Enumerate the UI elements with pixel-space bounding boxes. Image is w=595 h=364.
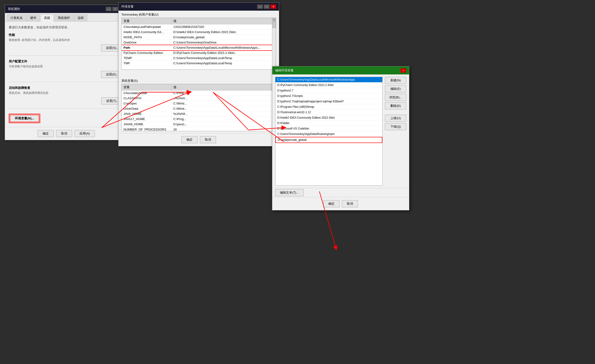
edit-ok-button[interactable]: 确定 — [323, 200, 340, 207]
cancel-button[interactable]: 取消 — [56, 130, 72, 137]
table-row[interactable]: TEMP C:\Users\Tommonkey\AppData\Local\Te… — [122, 55, 272, 61]
table-row[interactable]: JAVA17_HOME C:\Prog... — [122, 117, 272, 122]
var-value: .;%JAVA... — [171, 96, 272, 101]
info-text: 要进行大多数更改，你必须作为管理员登录。 — [9, 25, 124, 29]
tab-system-protection[interactable]: 系统保护 — [54, 14, 74, 21]
env-cancel-button[interactable]: 取消 — [200, 136, 216, 143]
table-row[interactable]: NUMBER_OF_PROCESSORS 16 — [122, 127, 272, 131]
minimize-button[interactable]: — — [106, 7, 111, 11]
var-name: NUMBER_OF_PROCESSORS — [122, 127, 171, 131]
table-row[interactable]: NODE_PATH D:\nodejs\node_global\ — [122, 35, 272, 40]
var-value: D:\IntelliJ IDEA Community Edition 2022.… — [171, 29, 272, 35]
new-button[interactable]: 新建(N) — [385, 77, 406, 84]
table-row[interactable]: OneDrive C:\Users\Tommonkey\OneDrive — [122, 40, 272, 45]
tab-computer-name[interactable]: 计算机名 — [7, 14, 26, 21]
list-item[interactable]: D:\python2.7\Scripts — [275, 93, 382, 99]
move-down-button[interactable]: 下移(Q) — [385, 123, 406, 130]
var-name: ComSpec — [122, 101, 171, 106]
edit-cancel-button[interactable]: 取消 — [342, 200, 358, 207]
list-item[interactable]: D:\PyCharm Community Edition 2022.2.4\bi… — [275, 82, 382, 88]
sys-vars-table-container: 变量 值 ChocolateyInstall C:\Prog... CLASSP… — [121, 84, 276, 131]
performance-desc: 视觉效果, 处理器计划，内存使用，以及虚拟内存 — [9, 38, 124, 42]
edit-button[interactable]: 编辑(E) — [385, 85, 406, 92]
table-row[interactable]: ChocolateyInstall C:\Prog... — [122, 90, 272, 96]
startup-recovery-section: 启动和故障恢复 系统启动、系统故障和调试信息 设置(T)... — [9, 86, 124, 109]
edit-env-titlebar: 编辑环境变量 × — [272, 66, 409, 75]
list-item[interactable]: C:\Users\Tommonkey\AppData\Local\Microso… — [275, 77, 382, 82]
var-name: JAVA8_HOME — [122, 122, 171, 127]
apply-button[interactable]: 应用(A) — [75, 130, 95, 137]
env-maximize-button[interactable]: □ — [264, 5, 269, 9]
list-item[interactable]: D:\python2.7\sqlmap\sqlmapproject-sqlmap… — [275, 99, 382, 104]
env-vars-button[interactable]: 环境变量(N)... — [10, 115, 39, 122]
tab-advanced[interactable]: 高级 — [41, 14, 54, 21]
delete-button[interactable]: 删除(D) — [385, 102, 406, 110]
table-row[interactable]: TMP C:\Users\Tommonkey\AppData\Local\Tem… — [122, 61, 272, 66]
var-value: 16 — [171, 127, 272, 131]
list-item[interactable]: C:\Users\Tommonkey\AppData\Roaming\npm — [275, 131, 382, 137]
list-item[interactable]: D:\python2.7 — [275, 88, 382, 93]
browse-button[interactable]: 浏览(B)... — [385, 94, 406, 101]
performance-section: 性能 视觉效果, 处理器计划，内存使用，以及虚拟内存 设置(S)... — [9, 33, 124, 55]
env-bottom-buttons: 确定 取消 — [119, 133, 279, 146]
var-name: JAVA_HOME — [122, 111, 171, 117]
move-up-button[interactable]: 上移(U) — [385, 115, 406, 122]
maximize-button[interactable]: □ — [112, 7, 118, 11]
env-vars-titlebar: 环境变量 — □ ✕ — [119, 3, 279, 11]
edit-env-close-button[interactable]: × — [401, 68, 406, 73]
var-name: ChocolateyInstall — [122, 90, 171, 96]
tabs-bar: 计算机名 硬件 高级 系统保护 远程 — [5, 13, 128, 21]
table-row[interactable]: JAVA_HOME %JAVA8... — [122, 111, 272, 117]
var-value-path: C:\Users\Tommonkey\AppData\Local\Microso… — [171, 45, 272, 50]
table-row[interactable]: CLASSPATH .;%JAVA... — [122, 96, 272, 101]
sys-vars-table: 变量 值 ChocolateyInstall C:\Prog... CLASSP… — [122, 84, 272, 131]
path-list[interactable]: C:\Users\Tommonkey\AppData\Local\Microso… — [275, 77, 382, 185]
var-name-path: Path — [122, 45, 171, 50]
list-item-nodejs[interactable]: D:\nodejs\node_global\ — [275, 137, 382, 143]
edit-env-content: C:\Users\Tommonkey\AppData\Local\Microso… — [275, 77, 406, 185]
startup-recovery-title: 启动和故障恢复 — [9, 86, 124, 90]
env-ok-button[interactable]: 确定 — [181, 136, 198, 143]
var-name: JAVA17_HOME — [122, 117, 171, 122]
tab-remote[interactable]: 远程 — [74, 14, 87, 21]
list-item[interactable]: D:\Fiddler — [275, 121, 382, 126]
var-name: DriverData — [122, 106, 171, 111]
var-name: ChocolateyLastPathUpdate — [122, 24, 171, 29]
var-value: C:\Prog... — [171, 90, 272, 96]
table-row[interactable]: JAVA8_HOME D:\java1... — [122, 122, 272, 127]
user-vars-buttons — [119, 72, 279, 75]
user-vars-section-label: Tommonkey 的用户变量(U) — [119, 11, 279, 18]
table-row[interactable]: ChocolateyLastPathUpdate 133213580615187… — [122, 24, 272, 29]
var-name: TMP — [122, 61, 171, 66]
scrollbar[interactable]: ▲ ▼ — [272, 18, 276, 69]
ok-button[interactable]: 确定 — [38, 130, 54, 137]
env-titlebar-buttons: — □ ✕ — [257, 5, 276, 9]
table-row[interactable]: IntelliJ IDEA Community Ed... D:\Intelli… — [122, 29, 272, 35]
list-item[interactable]: D:\IntelliJ IDEA Community Edition 2022.… — [275, 115, 382, 121]
list-item[interactable]: C:\Program Files (x86)\Nmap — [275, 104, 382, 110]
table-row[interactable]: Path C:\Users\Tommonkey\AppData\Local\Mi… — [122, 45, 272, 50]
var-name: OneDrive — [122, 40, 171, 45]
list-item[interactable]: D:\Microsoft VS Code\bin — [275, 126, 382, 131]
startup-recovery-desc: 系统启动、系统故障和调试信息 — [9, 91, 124, 95]
col-header-name: 变量 — [122, 18, 171, 24]
tab-hardware[interactable]: 硬件 — [27, 14, 40, 21]
table-row[interactable]: PyCharm Community Edition D:\PyCharm Com… — [122, 50, 272, 55]
var-name: PyCharm Community Edition — [122, 50, 171, 55]
edit-text-button[interactable]: 编辑文本(T)... — [275, 189, 304, 196]
env-close-button[interactable]: ✕ — [270, 5, 276, 9]
var-value: D:\java1... — [171, 122, 272, 127]
edit-env-bottom-buttons: 确定 取消 — [272, 197, 409, 210]
list-item[interactable]: D:\Tools\netcat-win32-1.12 — [275, 110, 382, 115]
var-name: NODE_PATH — [122, 35, 171, 40]
env-minimize-button[interactable]: — — [257, 5, 263, 9]
user-vars-table: 变量 值 ChocolateyLastPathUpdate 1332135806… — [122, 18, 272, 66]
var-value: C:\Users\Tommonkey\OneDrive — [171, 40, 272, 45]
performance-title: 性能 — [9, 33, 124, 37]
bottom-buttons: 确定 取消 应用(A) — [5, 127, 128, 140]
table-row[interactable]: DriverData C:\Wind... — [122, 106, 272, 111]
table-row[interactable]: ComSpec C:\Wind... — [122, 101, 272, 106]
var-name: CLASSPATH — [122, 96, 171, 101]
user-profiles-section: 用户配置文件 与登录帐户相关的桌面设置 设置(E)... — [9, 59, 124, 82]
var-name: IntelliJ IDEA Community Ed... — [122, 29, 171, 35]
